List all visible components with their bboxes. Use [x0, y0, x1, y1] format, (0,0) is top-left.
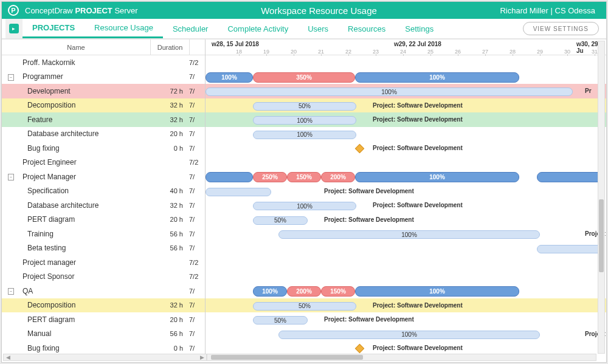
task-bar[interactable]: 100%: [253, 131, 356, 139]
col-header-date[interactable]: [189, 39, 205, 55]
task-bar[interactable]: [206, 188, 271, 196]
tab-projects[interactable]: PROJECTS: [22, 19, 85, 38]
timeline-row: 100%Project: S: [206, 227, 606, 241]
task-bar[interactable]: 50%: [253, 302, 356, 311]
row-name: Project Manager: [20, 173, 150, 181]
allocation-segment[interactable]: 100%: [253, 286, 287, 297]
row-name: Specification: [20, 187, 150, 195]
allocation-segment[interactable]: 100%: [355, 72, 519, 83]
allocation-segment[interactable]: 100%: [206, 72, 253, 83]
allocation-segment[interactable]: 350%: [253, 72, 355, 83]
view-settings-button[interactable]: VIEW SETTINGS: [523, 22, 599, 35]
day-tick: 22: [345, 49, 351, 55]
task-label: Project: Software Development: [324, 188, 414, 194]
list-row[interactable]: PERT diagram20 h7/: [2, 213, 205, 227]
row-date: 7/: [189, 88, 205, 95]
timeline-row: Project: Software Development: [206, 184, 606, 199]
row-name: Decomposition: [20, 301, 150, 309]
list-row[interactable]: Development72 h7/: [2, 84, 205, 98]
list-row[interactable]: Beta testing56 h7/: [2, 241, 205, 256]
allocation-segment[interactable]: 150%: [321, 286, 355, 297]
row-date: 7/: [189, 116, 205, 123]
list-row[interactable]: Bug fixing0 h7/: [2, 141, 205, 156]
right-horizontal-scrollbar[interactable]: [207, 354, 596, 361]
list-row[interactable]: Training56 h7/: [2, 227, 205, 241]
row-duration: 32 h: [150, 116, 189, 123]
task-bar[interactable]: [537, 245, 604, 253]
row-date: 7/2: [189, 273, 205, 280]
list-row[interactable]: Project Sponsor7/2: [2, 270, 205, 284]
row-name: PERT diagram: [20, 215, 150, 224]
tab-resource-usage[interactable]: Resource Usage: [85, 19, 163, 38]
day-tick: 26: [455, 49, 461, 55]
day-tick: 27: [482, 49, 488, 55]
list-row[interactable]: Project manager7/2: [2, 255, 205, 270]
allocation-segment[interactable]: 150%: [287, 172, 321, 182]
task-bar[interactable]: 100%: [253, 116, 356, 125]
milestone-diamond-icon[interactable]: [355, 144, 365, 154]
task-bar[interactable]: 50%: [253, 216, 308, 225]
list-row[interactable]: −Programmer7/: [2, 70, 205, 84]
allocation-segment[interactable]: 250%: [253, 172, 287, 182]
task-bar[interactable]: 50%: [253, 102, 356, 111]
task-bar[interactable]: 100%: [253, 202, 356, 210]
allocation-segment[interactable]: 200%: [287, 286, 321, 297]
timeline-row: 100%Project: S: [206, 327, 606, 342]
user-label[interactable]: Richard Miller | CS Odessa: [500, 6, 595, 15]
row-name: Project manager: [20, 258, 150, 267]
allocation-segment[interactable]: 100%: [355, 172, 519, 182]
row-name: Bug fixing: [20, 144, 150, 153]
row-date: 7/: [189, 230, 205, 238]
sidebar-toggle[interactable]: ▸: [5, 19, 22, 38]
list-row[interactable]: −Project Manager7/: [2, 170, 205, 184]
day-tick: 28: [510, 49, 516, 55]
tab-complete-activity[interactable]: Complete Activity: [218, 19, 298, 38]
tab-users[interactable]: Users: [298, 19, 338, 38]
task-bar[interactable]: 100%: [278, 331, 540, 339]
list-row[interactable]: Database architecture32 h7/: [2, 198, 205, 213]
row-duration: 40 h: [150, 187, 189, 194]
col-header-name[interactable]: Name: [2, 39, 150, 55]
row-duration: 56 h: [150, 244, 189, 252]
allocation-segment[interactable]: [537, 172, 604, 182]
list-row[interactable]: Feature32 h7/: [2, 112, 205, 127]
tab-resources[interactable]: Resources: [338, 19, 395, 38]
list-row[interactable]: PERT diagram20 h7/: [2, 312, 205, 327]
tab-scheduler[interactable]: Scheduler: [163, 19, 218, 38]
task-bar[interactable]: 100%: [278, 230, 540, 239]
timeline-row: [206, 55, 606, 70]
task-label: Project: Software Development: [324, 216, 414, 223]
row-date: 7/2: [189, 259, 205, 266]
row-name: Proff. Mackornik: [20, 58, 150, 67]
left-horizontal-scrollbar[interactable]: ◀▶: [3, 354, 207, 361]
list-row[interactable]: Decomposition32 h7/: [2, 298, 205, 313]
day-tick: 31: [592, 49, 598, 55]
list-row[interactable]: Proff. Mackornik7/2: [2, 55, 205, 70]
allocation-segment[interactable]: 100%: [355, 286, 519, 297]
list-row[interactable]: Manual56 h7/: [2, 327, 205, 342]
list-row[interactable]: Bug fixing0 h7/: [2, 341, 205, 355]
list-row[interactable]: Decomposition32 h7/: [2, 98, 205, 113]
timeline-row: 50%Project: Software Development: [206, 213, 606, 227]
task-bar[interactable]: 50%: [253, 316, 308, 325]
row-name: Development: [20, 87, 150, 95]
allocation-segment[interactable]: 200%: [321, 172, 355, 182]
milestone-diamond-icon[interactable]: [355, 344, 365, 354]
expand-toggle[interactable]: −: [2, 74, 20, 80]
row-name: Beta testing: [20, 244, 150, 252]
list-row[interactable]: −QA7/: [2, 284, 205, 298]
row-date: 7/: [189, 202, 205, 209]
task-label: Project: Software Development: [373, 302, 463, 309]
list-row[interactable]: Project Engineer7/2: [2, 156, 205, 170]
day-tick: 23: [373, 49, 379, 55]
allocation-segment[interactable]: [206, 172, 253, 182]
task-bar[interactable]: 100%: [206, 88, 573, 96]
col-header-duration[interactable]: Duration: [150, 39, 189, 55]
timeline-row: 100%Pr: [206, 84, 606, 98]
list-row[interactable]: Specification40 h7/: [2, 184, 205, 199]
list-row[interactable]: Database architecture20 h7/: [2, 127, 205, 142]
expand-toggle[interactable]: −: [2, 287, 20, 294]
vertical-scrollbar[interactable]: [598, 41, 605, 354]
tab-settings[interactable]: Settings: [395, 19, 443, 38]
expand-toggle[interactable]: −: [2, 173, 20, 180]
